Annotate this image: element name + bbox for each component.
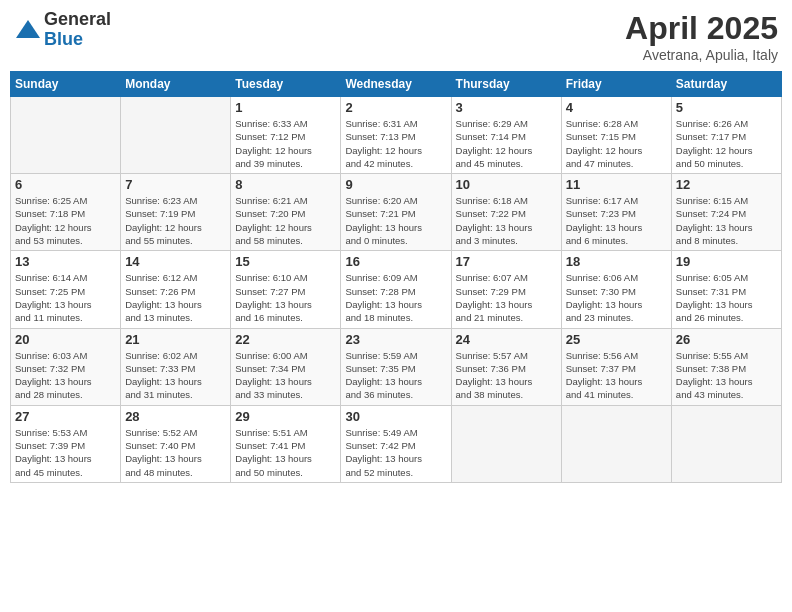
month-title: April 2025	[625, 10, 778, 47]
day-info: Sunrise: 6:23 AM Sunset: 7:19 PM Dayligh…	[125, 194, 226, 247]
calendar-cell: 16Sunrise: 6:09 AM Sunset: 7:28 PM Dayli…	[341, 251, 451, 328]
logo: General Blue	[14, 10, 111, 50]
day-info: Sunrise: 5:59 AM Sunset: 7:35 PM Dayligh…	[345, 349, 446, 402]
calendar-cell: 3Sunrise: 6:29 AM Sunset: 7:14 PM Daylig…	[451, 97, 561, 174]
calendar-cell	[451, 405, 561, 482]
calendar-cell: 30Sunrise: 5:49 AM Sunset: 7:42 PM Dayli…	[341, 405, 451, 482]
calendar-cell	[121, 97, 231, 174]
day-info: Sunrise: 6:20 AM Sunset: 7:21 PM Dayligh…	[345, 194, 446, 247]
calendar-cell: 8Sunrise: 6:21 AM Sunset: 7:20 PM Daylig…	[231, 174, 341, 251]
day-info: Sunrise: 6:21 AM Sunset: 7:20 PM Dayligh…	[235, 194, 336, 247]
day-info: Sunrise: 5:53 AM Sunset: 7:39 PM Dayligh…	[15, 426, 116, 479]
day-info: Sunrise: 6:07 AM Sunset: 7:29 PM Dayligh…	[456, 271, 557, 324]
day-info: Sunrise: 5:56 AM Sunset: 7:37 PM Dayligh…	[566, 349, 667, 402]
day-number: 16	[345, 254, 446, 269]
calendar-cell: 29Sunrise: 5:51 AM Sunset: 7:41 PM Dayli…	[231, 405, 341, 482]
day-number: 17	[456, 254, 557, 269]
logo-icon	[14, 16, 42, 44]
day-number: 7	[125, 177, 226, 192]
day-number: 4	[566, 100, 667, 115]
day-info: Sunrise: 5:57 AM Sunset: 7:36 PM Dayligh…	[456, 349, 557, 402]
calendar-cell: 10Sunrise: 6:18 AM Sunset: 7:22 PM Dayli…	[451, 174, 561, 251]
day-header-monday: Monday	[121, 72, 231, 97]
calendar-cell: 4Sunrise: 6:28 AM Sunset: 7:15 PM Daylig…	[561, 97, 671, 174]
calendar-cell: 18Sunrise: 6:06 AM Sunset: 7:30 PM Dayli…	[561, 251, 671, 328]
day-info: Sunrise: 6:31 AM Sunset: 7:13 PM Dayligh…	[345, 117, 446, 170]
day-info: Sunrise: 6:00 AM Sunset: 7:34 PM Dayligh…	[235, 349, 336, 402]
day-number: 24	[456, 332, 557, 347]
day-number: 27	[15, 409, 116, 424]
calendar-cell: 7Sunrise: 6:23 AM Sunset: 7:19 PM Daylig…	[121, 174, 231, 251]
calendar-week-row: 27Sunrise: 5:53 AM Sunset: 7:39 PM Dayli…	[11, 405, 782, 482]
calendar-cell: 11Sunrise: 6:17 AM Sunset: 7:23 PM Dayli…	[561, 174, 671, 251]
day-info: Sunrise: 5:55 AM Sunset: 7:38 PM Dayligh…	[676, 349, 777, 402]
day-number: 9	[345, 177, 446, 192]
day-number: 25	[566, 332, 667, 347]
title-block: April 2025 Avetrana, Apulia, Italy	[625, 10, 778, 63]
day-header-friday: Friday	[561, 72, 671, 97]
day-number: 28	[125, 409, 226, 424]
day-header-sunday: Sunday	[11, 72, 121, 97]
page-header: General Blue April 2025 Avetrana, Apulia…	[10, 10, 782, 63]
calendar-cell: 6Sunrise: 6:25 AM Sunset: 7:18 PM Daylig…	[11, 174, 121, 251]
calendar-cell	[671, 405, 781, 482]
calendar-cell: 9Sunrise: 6:20 AM Sunset: 7:21 PM Daylig…	[341, 174, 451, 251]
day-number: 1	[235, 100, 336, 115]
calendar-week-row: 1Sunrise: 6:33 AM Sunset: 7:12 PM Daylig…	[11, 97, 782, 174]
day-number: 22	[235, 332, 336, 347]
day-info: Sunrise: 6:15 AM Sunset: 7:24 PM Dayligh…	[676, 194, 777, 247]
calendar-cell: 23Sunrise: 5:59 AM Sunset: 7:35 PM Dayli…	[341, 328, 451, 405]
day-number: 2	[345, 100, 446, 115]
calendar-cell: 27Sunrise: 5:53 AM Sunset: 7:39 PM Dayli…	[11, 405, 121, 482]
location-subtitle: Avetrana, Apulia, Italy	[625, 47, 778, 63]
day-info: Sunrise: 6:17 AM Sunset: 7:23 PM Dayligh…	[566, 194, 667, 247]
calendar-week-row: 13Sunrise: 6:14 AM Sunset: 7:25 PM Dayli…	[11, 251, 782, 328]
calendar-cell: 20Sunrise: 6:03 AM Sunset: 7:32 PM Dayli…	[11, 328, 121, 405]
calendar-cell: 28Sunrise: 5:52 AM Sunset: 7:40 PM Dayli…	[121, 405, 231, 482]
day-header-tuesday: Tuesday	[231, 72, 341, 97]
day-number: 12	[676, 177, 777, 192]
day-number: 30	[345, 409, 446, 424]
day-number: 19	[676, 254, 777, 269]
calendar-cell	[561, 405, 671, 482]
calendar-cell: 14Sunrise: 6:12 AM Sunset: 7:26 PM Dayli…	[121, 251, 231, 328]
day-info: Sunrise: 6:12 AM Sunset: 7:26 PM Dayligh…	[125, 271, 226, 324]
logo-general-text: General	[44, 10, 111, 30]
calendar-cell: 26Sunrise: 5:55 AM Sunset: 7:38 PM Dayli…	[671, 328, 781, 405]
day-info: Sunrise: 6:28 AM Sunset: 7:15 PM Dayligh…	[566, 117, 667, 170]
calendar-header-row: SundayMondayTuesdayWednesdayThursdayFrid…	[11, 72, 782, 97]
calendar-cell	[11, 97, 121, 174]
day-info: Sunrise: 5:52 AM Sunset: 7:40 PM Dayligh…	[125, 426, 226, 479]
day-header-wednesday: Wednesday	[341, 72, 451, 97]
day-number: 26	[676, 332, 777, 347]
svg-marker-0	[16, 20, 40, 38]
calendar-cell: 13Sunrise: 6:14 AM Sunset: 7:25 PM Dayli…	[11, 251, 121, 328]
calendar-week-row: 6Sunrise: 6:25 AM Sunset: 7:18 PM Daylig…	[11, 174, 782, 251]
calendar-cell: 2Sunrise: 6:31 AM Sunset: 7:13 PM Daylig…	[341, 97, 451, 174]
day-info: Sunrise: 6:33 AM Sunset: 7:12 PM Dayligh…	[235, 117, 336, 170]
day-number: 15	[235, 254, 336, 269]
day-header-saturday: Saturday	[671, 72, 781, 97]
day-number: 5	[676, 100, 777, 115]
day-info: Sunrise: 6:29 AM Sunset: 7:14 PM Dayligh…	[456, 117, 557, 170]
day-number: 20	[15, 332, 116, 347]
calendar-cell: 21Sunrise: 6:02 AM Sunset: 7:33 PM Dayli…	[121, 328, 231, 405]
day-info: Sunrise: 5:51 AM Sunset: 7:41 PM Dayligh…	[235, 426, 336, 479]
day-info: Sunrise: 6:10 AM Sunset: 7:27 PM Dayligh…	[235, 271, 336, 324]
day-number: 29	[235, 409, 336, 424]
logo-blue-text: Blue	[44, 30, 111, 50]
day-number: 3	[456, 100, 557, 115]
day-number: 18	[566, 254, 667, 269]
day-number: 10	[456, 177, 557, 192]
day-info: Sunrise: 6:09 AM Sunset: 7:28 PM Dayligh…	[345, 271, 446, 324]
day-info: Sunrise: 6:25 AM Sunset: 7:18 PM Dayligh…	[15, 194, 116, 247]
calendar-cell: 5Sunrise: 6:26 AM Sunset: 7:17 PM Daylig…	[671, 97, 781, 174]
calendar-table: SundayMondayTuesdayWednesdayThursdayFrid…	[10, 71, 782, 483]
calendar-cell: 15Sunrise: 6:10 AM Sunset: 7:27 PM Dayli…	[231, 251, 341, 328]
calendar-cell: 12Sunrise: 6:15 AM Sunset: 7:24 PM Dayli…	[671, 174, 781, 251]
day-info: Sunrise: 5:49 AM Sunset: 7:42 PM Dayligh…	[345, 426, 446, 479]
day-number: 14	[125, 254, 226, 269]
day-info: Sunrise: 6:26 AM Sunset: 7:17 PM Dayligh…	[676, 117, 777, 170]
calendar-cell: 25Sunrise: 5:56 AM Sunset: 7:37 PM Dayli…	[561, 328, 671, 405]
day-number: 6	[15, 177, 116, 192]
